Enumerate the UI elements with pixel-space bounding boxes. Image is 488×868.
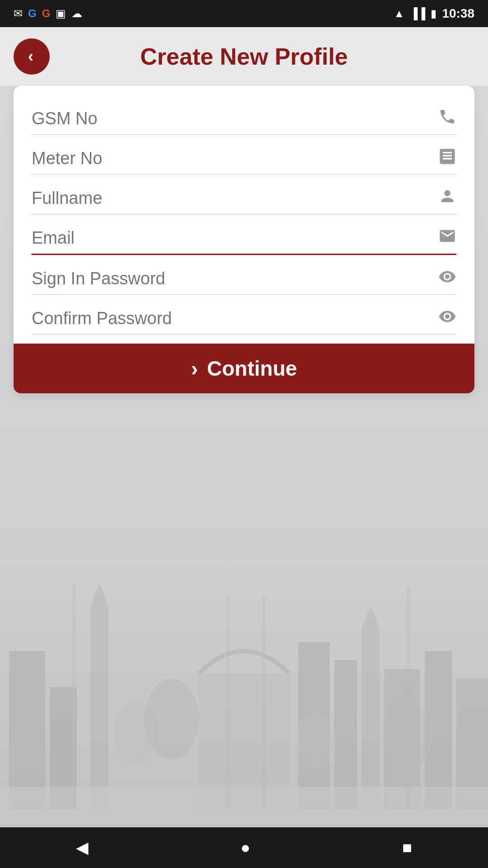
continue-label: Continue [207, 356, 297, 381]
meter-icon [438, 147, 456, 170]
meter-input[interactable] [32, 149, 434, 168]
svg-rect-1 [9, 651, 45, 809]
eye-icon[interactable] [438, 268, 456, 290]
email-field-row [32, 214, 456, 255]
eye-icon-2[interactable] [438, 307, 456, 330]
nav-back-button[interactable]: ◀ [62, 834, 102, 862]
svg-rect-3 [90, 606, 108, 809]
continue-arrow-icon: › [191, 356, 198, 381]
status-icons-left: ✉ G G ▣ ☁ [14, 7, 82, 20]
fullname-input[interactable] [32, 189, 434, 208]
back-arrow-icon: ‹ [28, 47, 33, 66]
nav-recent-button[interactable]: ■ [389, 834, 426, 862]
svg-rect-10 [361, 628, 380, 809]
svg-point-6 [145, 678, 199, 760]
gsm-field-row [32, 95, 456, 135]
svg-rect-19 [226, 597, 230, 809]
back-button[interactable]: ‹ [14, 38, 50, 75]
phone-icon [438, 108, 456, 130]
email-icon [438, 227, 456, 249]
meter-field-row [32, 135, 456, 175]
confirm-password-field-row [32, 295, 456, 335]
svg-rect-20 [262, 597, 266, 809]
confirm-password-input[interactable] [32, 309, 434, 328]
gsm-input[interactable] [32, 109, 434, 128]
gmail-icon: ✉ [14, 7, 23, 20]
svg-rect-18 [72, 583, 76, 809]
status-bar: ✉ G G ▣ ☁ ▲ ▐▐ ▮ 10:38 [0, 0, 488, 27]
wifi-icon: ▲ [394, 7, 405, 20]
form-card: › Continue [14, 86, 474, 393]
svg-rect-21 [407, 588, 410, 809]
continue-button[interactable]: › Continue [14, 344, 474, 393]
svg-point-15 [296, 714, 337, 769]
cloud-icon: ☁ [71, 7, 82, 20]
nav-home-button[interactable]: ● [227, 834, 264, 862]
password-input[interactable] [32, 269, 434, 288]
google-icon: G [28, 7, 37, 20]
app-header: ‹ Create New Profile [0, 27, 488, 86]
fullname-field-row [32, 175, 456, 214]
city-silhouette [0, 561, 488, 832]
page-title: Create New Profile [50, 43, 438, 70]
status-time: 10:38 [442, 6, 474, 21]
wallet-icon: ▣ [56, 7, 66, 20]
person-icon [438, 187, 456, 209]
bottom-nav: ◀ ● ■ [0, 827, 488, 868]
battery-icon: ▮ [431, 7, 436, 20]
google-icon-2: G [42, 7, 51, 20]
status-icons-right: ▲ ▐▐ ▮ 10:38 [394, 6, 474, 21]
signal-icon: ▐▐ [410, 7, 425, 20]
password-field-row [32, 255, 456, 295]
email-input[interactable] [32, 228, 434, 248]
